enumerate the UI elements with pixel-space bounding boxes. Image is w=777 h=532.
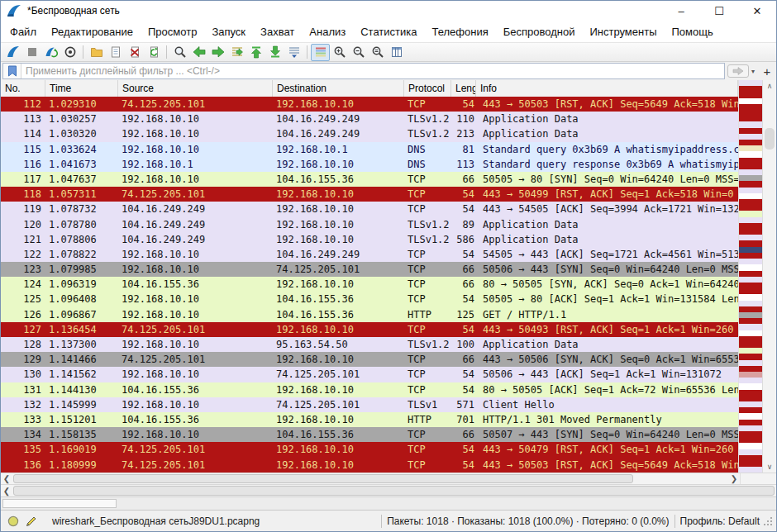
packet-row-135[interactable]: 1351.16901974.125.205.101192.168.10.10TC… (1, 442, 738, 457)
scroll-up-icon[interactable]: ∧ (763, 80, 776, 92)
packet-row-136[interactable]: 1361.18099974.125.205.101192.168.10.10TC… (1, 458, 738, 473)
expert-info-icon[interactable] (4, 515, 22, 527)
save-file-icon[interactable] (106, 44, 125, 61)
horizontal-scrollbar-list[interactable]: ❮ ❯ (1, 473, 776, 484)
menu-item-6[interactable]: Статистика (353, 22, 424, 41)
column-header-no[interactable]: No. (1, 80, 45, 97)
packet-row-115[interactable]: 1151.033624192.168.10.10192.168.10.1DNS8… (1, 142, 738, 157)
cell-src: 74.125.205.101 (118, 322, 273, 337)
header-row: No.TimeSourceDestinationProtocolLengthIn… (1, 80, 738, 97)
apply-filter-button[interactable] (727, 64, 749, 78)
packet-row-126[interactable]: 1261.096867192.168.10.10104.16.155.36HTT… (1, 307, 738, 322)
packet-row-121[interactable]: 1211.078806104.16.249.249192.168.10.10TL… (1, 232, 738, 247)
packet-row-130[interactable]: 1301.141562192.168.10.1074.125.205.101TC… (1, 367, 738, 382)
filter-bar: Применить дисплейный фильтр ... <Ctrl-/>… (1, 62, 776, 80)
menu-item-3[interactable]: Запуск (204, 22, 253, 41)
packet-row-127[interactable]: 1271.13645474.125.205.101192.168.10.10TC… (1, 322, 738, 337)
packet-row-125[interactable]: 1251.096408192.168.10.10104.16.155.36TCP… (1, 292, 738, 306)
menu-item-7[interactable]: Телефония (424, 22, 495, 41)
packet-row-116[interactable]: 1161.041673192.168.10.1192.168.10.10DNS1… (1, 157, 738, 172)
open-file-icon[interactable] (87, 44, 106, 61)
column-header-len[interactable]: Length (451, 80, 476, 97)
packet-row-118[interactable]: 1181.05731174.125.205.101192.168.10.10TC… (1, 187, 738, 202)
menu-item-9[interactable]: Инструменты (582, 22, 664, 41)
column-header-info[interactable]: Info (476, 80, 738, 97)
packet-row-112[interactable]: 1121.02931074.125.205.101192.168.10.10TC… (1, 97, 738, 112)
go-forward-icon[interactable] (208, 44, 227, 61)
cell-no: 132 (1, 397, 45, 412)
zoom-out-icon[interactable] (349, 44, 368, 61)
stop-capture-icon[interactable] (22, 44, 41, 61)
minimize-button[interactable]: – (662, 1, 700, 21)
find-packet-icon[interactable] (170, 44, 189, 61)
filter-history-dropdown-icon[interactable]: ▾ (749, 68, 757, 75)
scroll-left-icon[interactable]: ❮ (1, 473, 12, 484)
add-filter-button-button[interactable]: + (760, 64, 774, 78)
restart-capture-icon[interactable] (41, 44, 60, 61)
packet-row-133[interactable]: 1331.151201104.16.155.36192.168.10.10HTT… (1, 412, 738, 427)
reload-file-icon[interactable] (144, 44, 163, 61)
menu-item-0[interactable]: Файл (2, 22, 44, 41)
packet-row-119[interactable]: 1191.078732104.16.249.249192.168.10.10TC… (1, 202, 738, 216)
menu-item-8[interactable]: Беспроводной (496, 22, 583, 41)
packet-row-124[interactable]: 1241.096319104.16.155.36192.168.10.10TCP… (1, 277, 738, 292)
minimap-stripe (739, 193, 762, 199)
column-header-dst[interactable]: Destination (273, 80, 404, 97)
packet-row-129[interactable]: 1291.14146674.125.205.101192.168.10.10TC… (1, 352, 738, 367)
cell-proto: HTTP (404, 412, 451, 427)
capture-comment-icon[interactable] (22, 515, 41, 527)
minimap-stripe (739, 277, 762, 283)
capture-options-icon[interactable] (60, 44, 79, 61)
go-back-icon[interactable] (189, 44, 208, 61)
resize-grip[interactable] (763, 516, 773, 526)
menu-item-5[interactable]: Анализ (302, 22, 353, 41)
vertical-scrollbar-thumb[interactable] (765, 128, 775, 150)
zoom-in-icon[interactable] (330, 44, 349, 61)
packet-row-134[interactable]: 1341.158135192.168.10.10104.16.155.36TCP… (1, 427, 738, 442)
colorize-packets-icon[interactable] (311, 44, 330, 61)
menu-item-1[interactable]: Редактирование (44, 22, 141, 41)
menu-item-4[interactable]: Захват (253, 22, 302, 41)
cell-len: 54 (451, 97, 476, 112)
start-capture-icon[interactable] (3, 44, 22, 61)
scroll-down-icon[interactable]: ∨ (763, 461, 776, 473)
display-filter-input[interactable]: Применить дисплейный фильтр ... <Ctrl-/> (2, 63, 725, 79)
column-header-proto[interactable]: Protocol (404, 80, 451, 97)
packet-row-113[interactable]: 1131.030257192.168.10.10104.16.249.249TL… (1, 112, 738, 126)
intelligent-scrollbar-minimap[interactable] (738, 80, 762, 473)
scroll-left-icon[interactable]: ❮ (1, 485, 12, 496)
cell-len: 66 (451, 277, 476, 292)
profile-label[interactable]: Профиль: Default (680, 515, 760, 527)
zoom-original-icon[interactable] (368, 44, 387, 61)
packet-row-120[interactable]: 1201.078780104.16.249.249192.168.10.10TL… (1, 217, 738, 232)
column-header-src[interactable]: Source (118, 80, 273, 97)
cell-info: 80 → 50505 [ACK] Seq=1 Ack=72 Win=65536 … (476, 382, 738, 397)
go-to-top-icon[interactable] (246, 44, 265, 61)
packet-row-131[interactable]: 1311.144130104.16.155.36192.168.10.10TCP… (1, 382, 738, 397)
window-title: *Беспроводная сеть (27, 5, 120, 17)
capture-file-name[interactable]: wireshark_Беспроводная сетьJ89DU1.pcapng (52, 515, 260, 527)
horizontal-scrollbar-thumb[interactable] (13, 474, 633, 483)
packet-row-122[interactable]: 1221.078822192.168.10.10104.16.249.249TC… (1, 247, 738, 262)
packet-row-114[interactable]: 1141.030320192.168.10.10104.16.249.249TL… (1, 126, 738, 141)
horizontal-scrollbar-lower[interactable]: ❮ (1, 484, 776, 496)
horizontal-scrollbar-thumb[interactable] (13, 486, 775, 496)
go-to-packet-icon[interactable] (227, 44, 246, 61)
packet-row-128[interactable]: 1281.137300192.168.10.1095.163.54.50TLSv… (1, 337, 738, 352)
close-file-icon[interactable] (125, 44, 144, 61)
packet-row-132[interactable]: 1321.145999192.168.10.1074.125.205.101TL… (1, 397, 738, 412)
packet-row-123[interactable]: 1231.079985192.168.10.1074.125.205.101TC… (1, 262, 738, 277)
menu-item-10[interactable]: Помощь (665, 22, 721, 41)
go-to-bottom-icon[interactable] (265, 44, 284, 61)
close-button[interactable]: ✕ (738, 1, 776, 21)
menu-item-2[interactable]: Просмотр (141, 22, 204, 41)
column-header-time[interactable]: Time (45, 80, 118, 97)
resize-columns-icon[interactable] (387, 44, 406, 61)
packet-row-117[interactable]: 1171.047637192.168.10.10104.16.155.36TCP… (1, 172, 738, 187)
vertical-scrollbar[interactable]: ∧ ∨ (762, 80, 776, 473)
scroll-right-icon[interactable]: ❯ (728, 473, 740, 484)
maximize-button[interactable]: ☐ (700, 1, 738, 21)
cell-info: 443 → 50499 [RST, ACK] Seq=1 Ack=518 Win… (476, 187, 738, 202)
auto-scroll-icon[interactable] (284, 44, 303, 61)
filter-bookmark-icon[interactable] (3, 64, 21, 78)
